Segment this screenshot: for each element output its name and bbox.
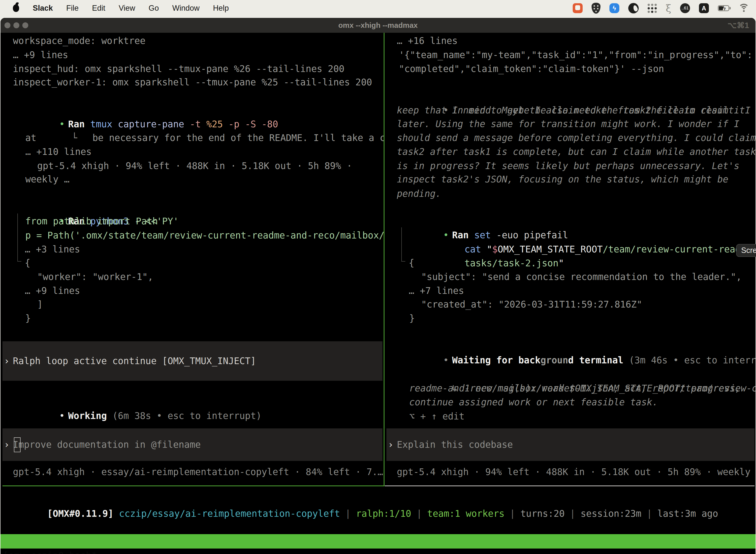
omx-status-line: [OMX#0.11.9] cczip/essay/ai-reimplementa… bbox=[3, 493, 718, 507]
command-output: gpt-5.4 xhigh · 94% left · 488K in · 5.1… bbox=[37, 159, 352, 173]
battery-icon[interactable]: ϟ bbox=[718, 5, 729, 11]
inject-banner-text: Ralph loop active continue [OMX_TMUX_INJ… bbox=[13, 356, 256, 366]
terminal-content: workspace_mode: worktree … +9 lines insp… bbox=[0, 33, 756, 554]
pane-divider-vertical[interactable] bbox=[384, 33, 384, 486]
hud-line: inspect_worker-1: omx sparkshell --tmux-… bbox=[13, 75, 372, 89]
prompt-chevron: › bbox=[2, 439, 13, 450]
screen-share-tooltip: Scre bbox=[736, 244, 756, 257]
bullet-icon: • bbox=[59, 409, 68, 423]
python-code-line: from pathlib import Path bbox=[25, 214, 158, 228]
omx-version: [OMX#0.11.9] bbox=[47, 508, 119, 519]
thinking-text: keep that in mind. Maybe I also need the… bbox=[397, 104, 745, 117]
hud-line: workspace_mode: worktree bbox=[13, 34, 145, 48]
command-output: ] bbox=[37, 297, 43, 312]
omx-session: session:23m bbox=[581, 508, 641, 519]
model-status-right: gpt-5.4 xhigh · 94% left · 488K in · 5.1… bbox=[397, 465, 756, 479]
edit-hint: ⌥ + ↑ edit bbox=[409, 409, 464, 424]
window-title: omx --xhigh --madmax bbox=[0, 18, 756, 33]
thinking-text: task2 after task1 is complete, but can I… bbox=[397, 145, 756, 159]
thinking-text: should send a message before completing … bbox=[397, 131, 756, 145]
omx-ralph: ralph:1/10 bbox=[356, 508, 411, 519]
worker-line: '{"team_name":"my-team","task_id":"1","f… bbox=[399, 48, 753, 62]
text-cursor bbox=[14, 437, 20, 452]
dots-grid-icon[interactable] bbox=[648, 4, 657, 13]
pane-hud[interactable]: workspace_mode: worktree … +9 lines insp… bbox=[0, 33, 384, 486]
chat-app-icon[interactable] bbox=[573, 3, 583, 13]
ran-tmux-command: •Ran tmux capture-pane -t %25 -p -S -80 bbox=[4, 104, 278, 117]
omx-team: team:1 workers bbox=[427, 508, 504, 519]
menu-window[interactable]: Window bbox=[166, 4, 206, 13]
command-output: … +9 lines bbox=[25, 284, 80, 298]
input-placeholder: Improve documentation in @filename bbox=[13, 439, 201, 450]
omx-turns: turns:20 bbox=[520, 508, 565, 519]
mailbox-note: continue assigned work or next feasible … bbox=[409, 395, 658, 409]
hud-line: inspect_hud: omx sparkshell --tmux-pane … bbox=[13, 62, 344, 76]
code-block-connector bbox=[17, 214, 18, 262]
menu-edit[interactable]: Edit bbox=[85, 4, 112, 13]
thinking-text: later. Using the same for transition mig… bbox=[397, 117, 739, 131]
prompt-chevron: › bbox=[2, 356, 13, 366]
menu-go[interactable]: Go bbox=[142, 4, 166, 13]
menu-view[interactable]: View bbox=[112, 4, 142, 13]
ran-set-command: •Ran set -euo pipefail bbox=[388, 214, 568, 228]
vpn-icon[interactable]: ϟ bbox=[610, 3, 619, 13]
crescent-app-icon[interactable] bbox=[628, 3, 639, 13]
menu-app-name[interactable]: Slack bbox=[26, 4, 60, 13]
input-placeholder: Explain this codebase bbox=[397, 439, 513, 450]
tmux-status-bar: [omx-cczip0:bash* "MacBook-Pro-44.local"… bbox=[0, 534, 756, 549]
mailbox-note: readme-and-reco/mailbox/worker-1.json, a… bbox=[409, 382, 741, 395]
shield-icon[interactable] bbox=[591, 3, 601, 14]
cat-command-line: tasks/task-2.json" bbox=[409, 242, 564, 257]
window-shortcut-hint: ⌥⌘1 bbox=[728, 18, 749, 33]
command-output: … +110 lines bbox=[25, 145, 91, 159]
menu-help[interactable]: Help bbox=[206, 4, 236, 13]
prompt-input-left[interactable]: › Improve documentation in @filename bbox=[2, 428, 382, 461]
menu-file[interactable]: File bbox=[60, 4, 85, 13]
thinking-text: •I need to get the claim token from the … bbox=[388, 90, 756, 104]
squiggle-icon[interactable]: ξ bbox=[666, 2, 671, 14]
thinking-text: inspect task2's JSON, focusing on the st… bbox=[397, 172, 729, 186]
wifi-icon[interactable] bbox=[738, 4, 750, 13]
python-code-line: p = Path('.omx/state/team/review-current… bbox=[25, 229, 384, 242]
window-titlebar[interactable]: omx --xhigh --madmax ⌥⌘1 bbox=[0, 18, 756, 33]
mailbox-note: ↳1 new msg(s): read $OMX_TEAM_STATE_ROOT… bbox=[397, 368, 756, 382]
thinking-text: is in progress? It seems likely but perh… bbox=[397, 159, 739, 173]
ran-python-command: •Ran python3 - <<'PY' bbox=[4, 201, 179, 214]
input-source-icon[interactable]: A bbox=[699, 3, 709, 13]
command-output: { bbox=[409, 256, 414, 270]
screen: Slack File Edit View Go Window Help ϟ ξ … bbox=[0, 0, 756, 554]
menu-bar: Slack File Edit View Go Window Help ϟ ξ … bbox=[0, 0, 756, 16]
code-block-connector-foot bbox=[401, 261, 405, 262]
hud-line: … +9 lines bbox=[13, 48, 68, 62]
model-status-left: gpt-5.4 xhigh · essay/ai-reimplementatio… bbox=[13, 465, 383, 479]
command-output: } bbox=[25, 312, 31, 325]
command-output: weekly … bbox=[25, 172, 69, 186]
prompt-chevron: › bbox=[386, 439, 397, 450]
command-output: … +7 lines bbox=[409, 284, 464, 298]
prompt-input-right[interactable]: › Explain this codebase bbox=[386, 428, 755, 461]
cat-command-line: cat "$OMX_TEAM_STATE_ROOT/team/review-cu… bbox=[409, 229, 756, 242]
working-status: •Working (6m 38s • esc to interrupt) bbox=[4, 395, 261, 409]
omx-last: last:3m ago bbox=[657, 508, 718, 519]
code-block-connector-foot bbox=[17, 261, 21, 262]
command-output: "created_at": "2026-03-31T11:59:27.816Z" bbox=[421, 297, 642, 312]
command-output: at bbox=[25, 131, 37, 145]
tmux-session-name: [omx-cczip0:bash* bbox=[3, 549, 97, 554]
command-output: "worker": "worker-1", bbox=[37, 270, 153, 284]
pane-border-bottom-right bbox=[385, 486, 755, 486]
code-block-connector bbox=[401, 227, 402, 262]
worker-line: … +16 lines bbox=[397, 34, 458, 48]
pane-worker[interactable]: … +16 lines '{"team_name":"my-team","tas… bbox=[384, 33, 756, 486]
countdown-badge-icon[interactable]: ..61 bbox=[680, 3, 690, 13]
command-output: └be necessary for the end of the README.… bbox=[16, 117, 384, 131]
command-output: … +3 lines bbox=[25, 242, 80, 257]
command-output: "subject": "send a concise recommendatio… bbox=[421, 270, 742, 284]
command-output: { bbox=[25, 256, 30, 270]
apple-icon[interactable] bbox=[13, 4, 19, 12]
omx-project: cczip/essay/ai-reimplementation-copyleft bbox=[119, 508, 340, 519]
thinking-text: pending. bbox=[397, 187, 441, 201]
inject-banner: › Ralph loop active continue [OMX_TMUX_I… bbox=[2, 341, 382, 381]
corner-glyph: └ bbox=[72, 131, 92, 145]
terminal-window: omx --xhigh --madmax ⌥⌘1 workspace_mode:… bbox=[0, 18, 756, 554]
pane-border-bottom-left bbox=[2, 486, 384, 486]
